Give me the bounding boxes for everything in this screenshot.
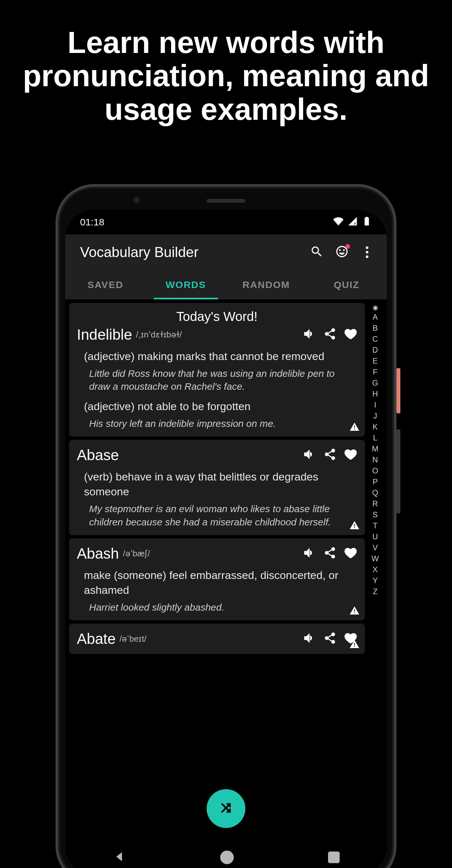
alpha-index-letter[interactable]: O [372,466,378,475]
alpha-index-letter[interactable]: J [373,411,377,421]
volume-button [396,430,400,514]
word-example: Little did Ross know that he was using a… [77,367,357,393]
word-card[interactable]: Abash/əˈbæʃ/ make (someone) feel embarra… [69,538,365,620]
shuffle-fab[interactable] [206,789,246,828]
alpha-index-target-icon[interactable]: ◉ [373,304,378,311]
word-definition: (adjective) not able to be forgotten [77,399,357,414]
circle-icon [220,850,234,864]
word-example: His story left an indelible impression o… [77,417,357,430]
app-title: Vocabulary Builder [80,244,303,260]
shuffle-icon [218,800,234,817]
alpha-index-letter[interactable]: C [372,335,378,344]
alpha-index[interactable]: ◉ ABCDEFGHIJKLMNOPQRSTUVWXYZ [367,304,384,835]
tab-saved[interactable]: SAVED [65,270,146,299]
wifi-icon [333,216,344,228]
word-list[interactable]: Today's Word! Indelible/ˌɪnˈdɛɫɪbəɫ/ (ad… [69,300,365,840]
word-pronunciation: /əˈbæʃ/ [123,549,150,559]
alpha-index-letter[interactable]: E [373,356,378,366]
share-button[interactable] [323,631,336,646]
svg-point-2 [325,332,328,336]
speak-button[interactable] [303,547,316,561]
share-button[interactable] [323,328,336,342]
alpha-index-letter[interactable]: U [372,532,378,541]
speak-button[interactable] [303,328,316,342]
svg-point-4 [331,449,335,453]
status-time: 01:18 [80,217,104,228]
alpha-index-letter[interactable]: R [372,499,378,508]
alpha-index-letter[interactable]: L [373,433,377,442]
word-title: Abase [77,446,119,464]
alpha-index-letter[interactable]: Y [373,576,378,585]
alpha-index-letter[interactable]: W [372,554,379,563]
svg-point-3 [331,336,335,339]
nav-home-button[interactable] [220,850,234,864]
svg-point-6 [331,457,335,460]
alpha-index-letter[interactable]: T [373,521,378,530]
report-button[interactable] [349,606,360,617]
screen: 01:18 x Vocabulary Builder [65,210,387,868]
tab-words[interactable]: WORDS [146,270,226,299]
svg-point-8 [325,551,328,554]
phone-frame: 01:18 x Vocabulary Builder [56,184,396,868]
alpha-index-letter[interactable]: I [374,400,377,409]
status-icons: x [333,216,372,228]
svg-point-12 [331,640,335,644]
word-card[interactable]: Abate/əˈbeɪt/ [69,624,365,654]
overflow-menu-button[interactable] [356,241,378,264]
word-definition: (verb) behave in a way that belittles or… [77,469,357,499]
today-label: Today's Word! [77,309,357,324]
word-pronunciation: /ˌɪnˈdɛɫɪbəɫ/ [136,330,182,340]
content-area: Today's Word! Indelible/ˌɪnˈdɛɫɪbəɫ/ (ad… [65,300,387,840]
alpha-index-letter[interactable]: K [373,423,378,431]
tab-random[interactable]: RANDOM [226,270,306,299]
power-button [396,368,400,413]
svg-point-5 [325,453,328,456]
tab-bar: SAVEDWORDSRANDOMQUIZ [65,270,387,300]
alpha-index-letter[interactable]: B [373,323,378,333]
share-button[interactable] [323,547,336,561]
alpha-index-letter[interactable]: N [372,455,378,464]
alpha-index-letter[interactable]: M [372,444,378,454]
word-card[interactable]: Today's Word! Indelible/ˌɪnˈdɛɫɪbəɫ/ (ad… [69,303,365,437]
alpha-index-letter[interactable]: A [373,313,378,321]
svg-point-7 [331,547,335,551]
speak-button[interactable] [303,448,316,462]
word-title: Abate [77,630,116,647]
square-icon [328,851,340,863]
word-pronunciation: /əˈbeɪt/ [120,634,147,644]
alpha-index-letter[interactable]: S [373,510,378,519]
appbar: Vocabulary Builder [65,235,387,270]
tab-quiz[interactable]: QUIZ [306,270,387,299]
phone-camera [133,196,142,206]
speak-button[interactable] [303,631,316,646]
search-icon [310,245,323,259]
alpha-index-letter[interactable]: Z [373,587,378,596]
alpha-index-letter[interactable]: Q [372,488,378,497]
alpha-index-letter[interactable]: G [372,378,378,388]
share-button[interactable] [323,448,336,462]
report-button[interactable] [349,520,360,532]
kebab-icon [366,251,368,253]
word-card[interactable]: Abase (verb) behave in a way that belitt… [69,440,365,535]
word-title: Abash [77,545,119,562]
favorite-button[interactable] [344,328,357,342]
nav-back-button[interactable] [112,850,126,865]
word-definition: make (someone) feel embarrassed, disconc… [77,568,357,598]
emoji-button[interactable] [331,241,353,264]
alpha-index-letter[interactable]: F [373,368,378,376]
nav-recent-button[interactable] [328,851,340,863]
search-button[interactable] [305,241,328,264]
svg-point-11 [325,637,328,640]
favorite-button[interactable] [344,547,357,561]
alpha-index-letter[interactable]: H [372,390,378,399]
alpha-index-letter[interactable]: X [373,565,378,574]
alpha-index-letter[interactable]: P [373,477,378,486]
report-button[interactable] [349,422,360,433]
word-example: Harriet looked slightly abashed. [77,601,357,614]
svg-point-1 [331,329,335,332]
alpha-index-letter[interactable]: D [372,345,378,354]
svg-text:x: x [354,221,356,225]
report-button[interactable] [349,639,360,651]
alpha-index-letter[interactable]: V [373,543,378,552]
favorite-button[interactable] [344,448,357,462]
